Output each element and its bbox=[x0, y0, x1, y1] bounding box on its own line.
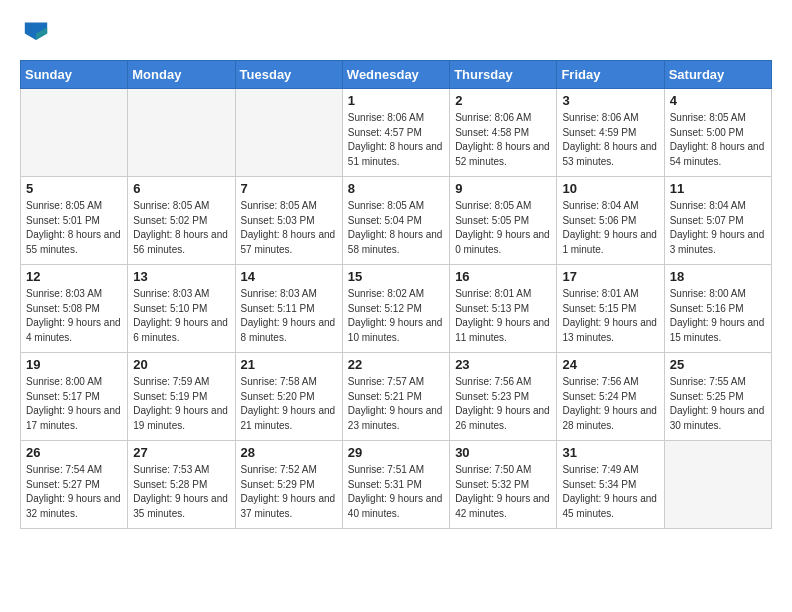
day-detail: Sunrise: 8:00 AM Sunset: 5:17 PM Dayligh… bbox=[26, 375, 122, 433]
day-cell: 28Sunrise: 7:52 AM Sunset: 5:29 PM Dayli… bbox=[235, 441, 342, 529]
day-detail: Sunrise: 8:05 AM Sunset: 5:00 PM Dayligh… bbox=[670, 111, 766, 169]
day-number: 31 bbox=[562, 445, 658, 460]
week-row-3: 12Sunrise: 8:03 AM Sunset: 5:08 PM Dayli… bbox=[21, 265, 772, 353]
day-number: 27 bbox=[133, 445, 229, 460]
day-number: 24 bbox=[562, 357, 658, 372]
day-cell: 5Sunrise: 8:05 AM Sunset: 5:01 PM Daylig… bbox=[21, 177, 128, 265]
day-number: 8 bbox=[348, 181, 444, 196]
header bbox=[20, 16, 772, 48]
logo-icon bbox=[20, 16, 52, 48]
day-detail: Sunrise: 8:04 AM Sunset: 5:06 PM Dayligh… bbox=[562, 199, 658, 257]
day-number: 20 bbox=[133, 357, 229, 372]
day-number: 16 bbox=[455, 269, 551, 284]
day-number: 1 bbox=[348, 93, 444, 108]
day-cell: 26Sunrise: 7:54 AM Sunset: 5:27 PM Dayli… bbox=[21, 441, 128, 529]
day-detail: Sunrise: 8:03 AM Sunset: 5:11 PM Dayligh… bbox=[241, 287, 337, 345]
weekday-monday: Monday bbox=[128, 61, 235, 89]
day-number: 30 bbox=[455, 445, 551, 460]
day-detail: Sunrise: 8:05 AM Sunset: 5:05 PM Dayligh… bbox=[455, 199, 551, 257]
calendar-table: SundayMondayTuesdayWednesdayThursdayFrid… bbox=[20, 60, 772, 529]
day-number: 19 bbox=[26, 357, 122, 372]
day-detail: Sunrise: 8:06 AM Sunset: 4:57 PM Dayligh… bbox=[348, 111, 444, 169]
day-cell bbox=[21, 89, 128, 177]
day-cell: 17Sunrise: 8:01 AM Sunset: 5:15 PM Dayli… bbox=[557, 265, 664, 353]
day-detail: Sunrise: 7:58 AM Sunset: 5:20 PM Dayligh… bbox=[241, 375, 337, 433]
day-detail: Sunrise: 7:55 AM Sunset: 5:25 PM Dayligh… bbox=[670, 375, 766, 433]
day-detail: Sunrise: 7:57 AM Sunset: 5:21 PM Dayligh… bbox=[348, 375, 444, 433]
day-number: 2 bbox=[455, 93, 551, 108]
day-number: 25 bbox=[670, 357, 766, 372]
day-cell: 12Sunrise: 8:03 AM Sunset: 5:08 PM Dayli… bbox=[21, 265, 128, 353]
day-detail: Sunrise: 8:03 AM Sunset: 5:08 PM Dayligh… bbox=[26, 287, 122, 345]
day-number: 9 bbox=[455, 181, 551, 196]
logo bbox=[20, 16, 56, 48]
weekday-sunday: Sunday bbox=[21, 61, 128, 89]
day-cell: 15Sunrise: 8:02 AM Sunset: 5:12 PM Dayli… bbox=[342, 265, 449, 353]
day-number: 29 bbox=[348, 445, 444, 460]
day-number: 11 bbox=[670, 181, 766, 196]
day-detail: Sunrise: 8:05 AM Sunset: 5:04 PM Dayligh… bbox=[348, 199, 444, 257]
day-number: 17 bbox=[562, 269, 658, 284]
weekday-thursday: Thursday bbox=[450, 61, 557, 89]
day-number: 5 bbox=[26, 181, 122, 196]
day-number: 6 bbox=[133, 181, 229, 196]
calendar-body: 1Sunrise: 8:06 AM Sunset: 4:57 PM Daylig… bbox=[21, 89, 772, 529]
day-cell bbox=[664, 441, 771, 529]
week-row-4: 19Sunrise: 8:00 AM Sunset: 5:17 PM Dayli… bbox=[21, 353, 772, 441]
day-number: 28 bbox=[241, 445, 337, 460]
day-detail: Sunrise: 7:50 AM Sunset: 5:32 PM Dayligh… bbox=[455, 463, 551, 521]
weekday-saturday: Saturday bbox=[664, 61, 771, 89]
day-cell: 16Sunrise: 8:01 AM Sunset: 5:13 PM Dayli… bbox=[450, 265, 557, 353]
day-cell: 11Sunrise: 8:04 AM Sunset: 5:07 PM Dayli… bbox=[664, 177, 771, 265]
day-cell: 1Sunrise: 8:06 AM Sunset: 4:57 PM Daylig… bbox=[342, 89, 449, 177]
day-cell: 27Sunrise: 7:53 AM Sunset: 5:28 PM Dayli… bbox=[128, 441, 235, 529]
day-cell: 2Sunrise: 8:06 AM Sunset: 4:58 PM Daylig… bbox=[450, 89, 557, 177]
day-number: 4 bbox=[670, 93, 766, 108]
day-number: 13 bbox=[133, 269, 229, 284]
day-number: 23 bbox=[455, 357, 551, 372]
week-row-1: 1Sunrise: 8:06 AM Sunset: 4:57 PM Daylig… bbox=[21, 89, 772, 177]
page: SundayMondayTuesdayWednesdayThursdayFrid… bbox=[0, 0, 792, 545]
day-number: 26 bbox=[26, 445, 122, 460]
day-cell: 6Sunrise: 8:05 AM Sunset: 5:02 PM Daylig… bbox=[128, 177, 235, 265]
day-cell: 30Sunrise: 7:50 AM Sunset: 5:32 PM Dayli… bbox=[450, 441, 557, 529]
week-row-2: 5Sunrise: 8:05 AM Sunset: 5:01 PM Daylig… bbox=[21, 177, 772, 265]
day-number: 12 bbox=[26, 269, 122, 284]
day-cell: 7Sunrise: 8:05 AM Sunset: 5:03 PM Daylig… bbox=[235, 177, 342, 265]
day-detail: Sunrise: 7:59 AM Sunset: 5:19 PM Dayligh… bbox=[133, 375, 229, 433]
day-detail: Sunrise: 8:00 AM Sunset: 5:16 PM Dayligh… bbox=[670, 287, 766, 345]
day-number: 18 bbox=[670, 269, 766, 284]
day-detail: Sunrise: 8:03 AM Sunset: 5:10 PM Dayligh… bbox=[133, 287, 229, 345]
week-row-5: 26Sunrise: 7:54 AM Sunset: 5:27 PM Dayli… bbox=[21, 441, 772, 529]
day-detail: Sunrise: 8:06 AM Sunset: 4:58 PM Dayligh… bbox=[455, 111, 551, 169]
day-cell: 25Sunrise: 7:55 AM Sunset: 5:25 PM Dayli… bbox=[664, 353, 771, 441]
day-number: 10 bbox=[562, 181, 658, 196]
day-detail: Sunrise: 8:01 AM Sunset: 5:13 PM Dayligh… bbox=[455, 287, 551, 345]
weekday-header-row: SundayMondayTuesdayWednesdayThursdayFrid… bbox=[21, 61, 772, 89]
day-cell: 14Sunrise: 8:03 AM Sunset: 5:11 PM Dayli… bbox=[235, 265, 342, 353]
day-cell: 29Sunrise: 7:51 AM Sunset: 5:31 PM Dayli… bbox=[342, 441, 449, 529]
day-detail: Sunrise: 8:06 AM Sunset: 4:59 PM Dayligh… bbox=[562, 111, 658, 169]
day-detail: Sunrise: 8:01 AM Sunset: 5:15 PM Dayligh… bbox=[562, 287, 658, 345]
day-number: 15 bbox=[348, 269, 444, 284]
day-detail: Sunrise: 8:05 AM Sunset: 5:02 PM Dayligh… bbox=[133, 199, 229, 257]
day-cell: 13Sunrise: 8:03 AM Sunset: 5:10 PM Dayli… bbox=[128, 265, 235, 353]
day-cell: 3Sunrise: 8:06 AM Sunset: 4:59 PM Daylig… bbox=[557, 89, 664, 177]
day-detail: Sunrise: 7:49 AM Sunset: 5:34 PM Dayligh… bbox=[562, 463, 658, 521]
day-number: 21 bbox=[241, 357, 337, 372]
day-detail: Sunrise: 8:05 AM Sunset: 5:01 PM Dayligh… bbox=[26, 199, 122, 257]
day-cell: 8Sunrise: 8:05 AM Sunset: 5:04 PM Daylig… bbox=[342, 177, 449, 265]
day-cell bbox=[128, 89, 235, 177]
day-cell: 22Sunrise: 7:57 AM Sunset: 5:21 PM Dayli… bbox=[342, 353, 449, 441]
weekday-friday: Friday bbox=[557, 61, 664, 89]
day-detail: Sunrise: 7:56 AM Sunset: 5:23 PM Dayligh… bbox=[455, 375, 551, 433]
day-detail: Sunrise: 7:51 AM Sunset: 5:31 PM Dayligh… bbox=[348, 463, 444, 521]
day-detail: Sunrise: 7:52 AM Sunset: 5:29 PM Dayligh… bbox=[241, 463, 337, 521]
day-detail: Sunrise: 8:02 AM Sunset: 5:12 PM Dayligh… bbox=[348, 287, 444, 345]
day-cell: 9Sunrise: 8:05 AM Sunset: 5:05 PM Daylig… bbox=[450, 177, 557, 265]
weekday-tuesday: Tuesday bbox=[235, 61, 342, 89]
day-detail: Sunrise: 7:53 AM Sunset: 5:28 PM Dayligh… bbox=[133, 463, 229, 521]
day-detail: Sunrise: 8:04 AM Sunset: 5:07 PM Dayligh… bbox=[670, 199, 766, 257]
day-cell: 18Sunrise: 8:00 AM Sunset: 5:16 PM Dayli… bbox=[664, 265, 771, 353]
weekday-wednesday: Wednesday bbox=[342, 61, 449, 89]
